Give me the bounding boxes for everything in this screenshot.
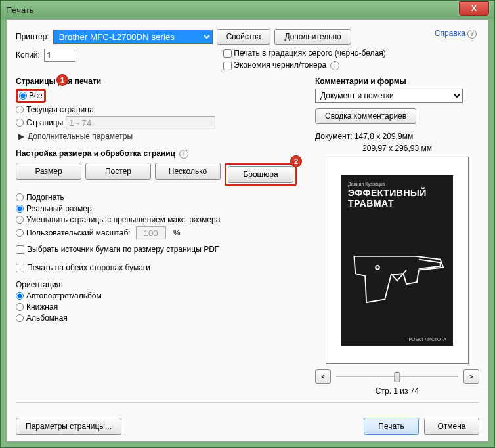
comments-title: Комментарии и формы: [315, 77, 479, 86]
document-thumbnail: Даниил Кузнецов ЭФФЕКТИВНЫЙ ТРАВМАТ ПРОЕ: [341, 175, 453, 346]
preview-area: Даниил Кузнецов ЭФФЕКТИВНЫЙ ТРАВМАТ ПРОЕ: [326, 157, 469, 364]
printer-select[interactable]: Brother MFC-L2700DN series: [53, 30, 213, 44]
window-title: Печать: [6, 5, 34, 15]
doc-size-text: Документ: 147,8 x 209,9мм: [315, 132, 479, 141]
preview-next-button[interactable]: >: [463, 369, 479, 384]
cancel-button[interactable]: Отмена: [424, 418, 479, 435]
tab-size[interactable]: Размер: [16, 163, 81, 180]
properties-button[interactable]: Свойства: [217, 29, 271, 45]
sizing-section-title: Настройка размера и обработка страниц i: [16, 149, 306, 159]
close-icon: X: [471, 4, 477, 13]
tab-brochure[interactable]: Брошюра: [228, 166, 293, 183]
ink-check-row[interactable]: Экономия чернил/тонера i: [223, 60, 386, 70]
chevron-right-icon: ▶: [18, 132, 24, 141]
pages-range-radio[interactable]: [16, 119, 24, 127]
page-size-text: 209,97 x 296,93 мм: [315, 144, 479, 153]
orient-auto-radio[interactable]: [16, 292, 24, 300]
help-link[interactable]: Справка?: [435, 29, 477, 39]
info-icon: i: [330, 61, 339, 70]
preview-slider[interactable]: [336, 371, 458, 382]
pages-current-label: Текущая страница: [26, 105, 94, 114]
info-icon: i: [179, 150, 188, 159]
tab-multi[interactable]: Несколько: [155, 163, 221, 180]
pages-all-label: Все: [29, 91, 43, 100]
ink-checkbox[interactable]: [223, 62, 232, 70]
actual-radio[interactable]: [16, 205, 24, 213]
svg-point-0: [376, 266, 379, 270]
orient-album-radio[interactable]: [16, 314, 24, 322]
fit-radio[interactable]: [16, 193, 24, 201]
more-params-toggle[interactable]: ▶Дополнительные параметры: [18, 132, 306, 141]
comments-summary-button[interactable]: Сводка комментариев: [315, 108, 416, 124]
comments-combo[interactable]: Документ и пометки: [315, 89, 463, 103]
custom-scale-input[interactable]: [136, 226, 166, 239]
grayscale-checkbox[interactable]: [223, 49, 232, 58]
titlebar: Печать: [1, 1, 494, 19]
print-button[interactable]: Печать: [364, 418, 419, 435]
advanced-button[interactable]: Дополнительно: [274, 29, 351, 45]
preview-prev-button[interactable]: <: [315, 369, 331, 384]
printer-label: Принтер:: [16, 32, 49, 41]
pages-all-radio[interactable]: [19, 92, 27, 100]
pages-current-radio[interactable]: [16, 106, 24, 113]
paper-source-checkbox[interactable]: [16, 245, 24, 254]
orientation-title: Ориентация:: [16, 280, 306, 289]
close-button[interactable]: X: [459, 1, 489, 16]
copies-input[interactable]: [44, 49, 75, 62]
duplex-checkbox[interactable]: [16, 264, 24, 272]
custom-radio[interactable]: [16, 229, 24, 237]
pages-range-input[interactable]: [66, 116, 215, 129]
help-icon: ?: [467, 30, 477, 39]
grayscale-check-row[interactable]: Печать в градациях серого (черно-белая): [223, 49, 386, 58]
copies-label: Копий:: [16, 51, 40, 60]
pages-range-label: Страницы: [26, 118, 63, 127]
shrink-radio[interactable]: [16, 216, 24, 224]
page-setup-button[interactable]: Параметры страницы...: [16, 418, 121, 435]
page-counter: Стр. 1 из 74: [315, 386, 479, 396]
tab-poster[interactable]: Постер: [85, 163, 151, 180]
orient-book-radio[interactable]: [16, 303, 24, 311]
gun-illustration: [348, 213, 446, 337]
